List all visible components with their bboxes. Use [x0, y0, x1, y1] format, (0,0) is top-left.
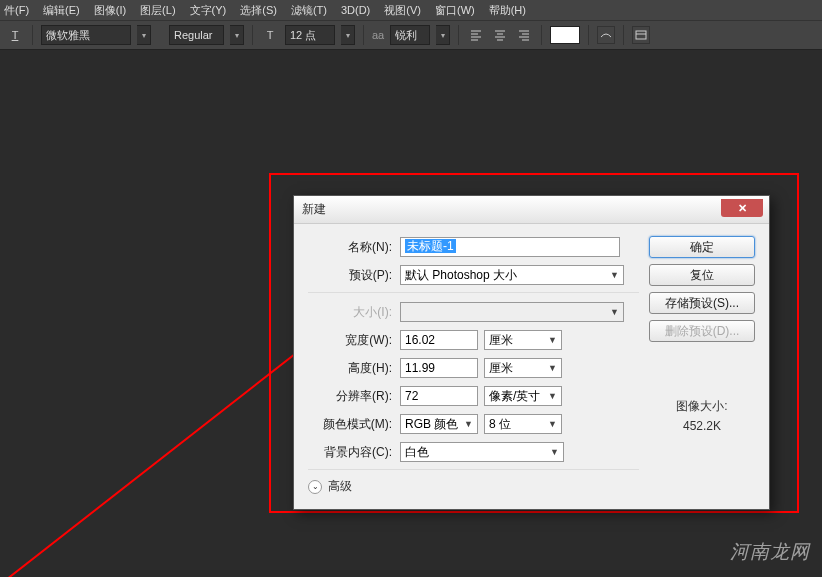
panel-toggle-button[interactable] [632, 26, 650, 44]
size-select: ▼ [400, 302, 624, 322]
image-size-info: 图像大小: 452.2K [649, 398, 755, 433]
dialog-title: 新建 [302, 201, 326, 218]
menu-window[interactable]: 窗口(W) [435, 3, 475, 18]
background-label: 背景内容(C): [308, 444, 392, 461]
chevron-down-icon: ▼ [610, 307, 619, 317]
antialias-select[interactable]: 锐利 [390, 25, 430, 45]
resolution-input[interactable] [400, 386, 478, 406]
menu-image[interactable]: 图像(I) [94, 3, 126, 18]
menu-filter[interactable]: 滤镜(T) [291, 3, 327, 18]
chevron-down-icon: ▼ [550, 447, 559, 457]
chevron-down-icon: ▼ [548, 363, 557, 373]
font-family-select[interactable]: 微软雅黑 [41, 25, 131, 45]
menu-select[interactable]: 选择(S) [240, 3, 277, 18]
antialias-dropdown-icon[interactable]: ▾ [436, 25, 450, 45]
warp-text-button[interactable] [597, 26, 615, 44]
font-style-select[interactable]: Regular [169, 25, 224, 45]
chevron-down-icon: ▼ [464, 419, 473, 429]
height-unit-select[interactable]: 厘米▼ [484, 358, 562, 378]
svg-rect-12 [636, 31, 646, 39]
height-input[interactable] [400, 358, 478, 378]
text-color-swatch[interactable] [550, 26, 580, 44]
align-center-button[interactable] [491, 26, 509, 44]
resolution-unit-select[interactable]: 像素/英寸▼ [484, 386, 562, 406]
close-button[interactable]: ✕ [721, 199, 763, 217]
menu-view[interactable]: 视图(V) [384, 3, 421, 18]
size-label: 大小(I): [308, 304, 392, 321]
font-size-icon: T [261, 26, 279, 44]
chevron-down-icon: ▼ [548, 419, 557, 429]
align-right-button[interactable] [515, 26, 533, 44]
menu-file[interactable]: 件(F) [4, 3, 29, 18]
menu-3d[interactable]: 3D(D) [341, 4, 370, 16]
options-bar: T 微软雅黑 ▾ Regular ▾ T 12 点 ▾ aa 锐利 ▾ [0, 20, 822, 50]
align-left-button[interactable] [467, 26, 485, 44]
delete-preset-button: 删除预设(D)... [649, 320, 755, 342]
preset-select[interactable]: 默认 Photoshop 大小▼ [400, 265, 624, 285]
preset-label: 预设(P): [308, 267, 392, 284]
background-select[interactable]: 白色▼ [400, 442, 564, 462]
height-label: 高度(H): [308, 360, 392, 377]
ok-button[interactable]: 确定 [649, 236, 755, 258]
resolution-label: 分辨率(R): [308, 388, 392, 405]
menu-bar: 件(F) 编辑(E) 图像(I) 图层(L) 文字(Y) 选择(S) 滤镜(T)… [0, 0, 822, 20]
new-document-dialog: 新建 ✕ 名称(N): 未标题-1 预设(P): 默认 Photoshop 大小… [293, 195, 770, 510]
font-family-dropdown-icon[interactable]: ▾ [137, 25, 151, 45]
dialog-titlebar[interactable]: 新建 ✕ [294, 196, 769, 224]
save-preset-button[interactable]: 存储预设(S)... [649, 292, 755, 314]
antialias-label: aa [372, 29, 384, 41]
width-label: 宽度(W): [308, 332, 392, 349]
reset-button[interactable]: 复位 [649, 264, 755, 286]
chevron-down-icon: ▼ [548, 335, 557, 345]
color-bit-select[interactable]: 8 位▼ [484, 414, 562, 434]
color-mode-label: 颜色模式(M): [308, 416, 392, 433]
color-mode-select[interactable]: RGB 颜色▼ [400, 414, 478, 434]
menu-edit[interactable]: 编辑(E) [43, 3, 80, 18]
font-style-dropdown-icon[interactable]: ▾ [230, 25, 244, 45]
chevron-down-icon: ▼ [548, 391, 557, 401]
width-input[interactable] [400, 330, 478, 350]
font-size-dropdown-icon[interactable]: ▾ [341, 25, 355, 45]
chevron-down-icon: ▼ [610, 270, 619, 280]
name-label: 名称(N): [308, 239, 392, 256]
font-size-select[interactable]: 12 点 [285, 25, 335, 45]
menu-type[interactable]: 文字(Y) [190, 3, 227, 18]
text-tool-icon: T [6, 26, 24, 44]
width-unit-select[interactable]: 厘米▼ [484, 330, 562, 350]
menu-help[interactable]: 帮助(H) [489, 3, 526, 18]
chevron-down-icon: ⌄ [308, 480, 322, 494]
menu-layer[interactable]: 图层(L) [140, 3, 175, 18]
advanced-toggle[interactable]: ⌄ 高级 [308, 478, 639, 495]
watermark: 河南龙网 [730, 539, 810, 565]
name-input[interactable]: 未标题-1 [400, 237, 620, 257]
